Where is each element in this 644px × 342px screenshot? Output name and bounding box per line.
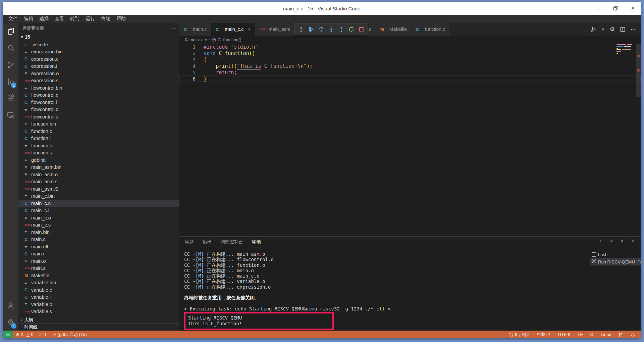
editor-tab[interactable]: Cmain_c.c× (211, 23, 255, 36)
encoding-status[interactable]: UTF-8 (555, 332, 573, 337)
file-row[interactable]: ≡main_asm.bin (18, 164, 179, 171)
maximize-panel-icon[interactable]: ∧ (619, 238, 625, 243)
file-row[interactable]: ≡main_asm.o (18, 171, 179, 178)
os-status[interactable]: Linux (598, 332, 614, 337)
feedback-icon[interactable] (616, 332, 626, 337)
editor-tab[interactable]: ASMmain_asm. (255, 23, 296, 36)
menu-item-6[interactable]: 终端 (98, 15, 113, 22)
breadcrumb-file[interactable]: main_c.c (190, 37, 207, 42)
file-row[interactable]: Cflowcontrol.i (18, 99, 179, 106)
file-row[interactable]: Cvariable.i (18, 294, 179, 301)
extensions-icon[interactable] (3, 90, 18, 107)
step-out-icon[interactable] (337, 25, 345, 34)
file-row[interactable]: ≡gdbinit (18, 156, 179, 164)
search-icon[interactable] (3, 40, 18, 56)
file-row[interactable]: ≡expression.o (18, 70, 179, 77)
folder-root[interactable]: ∨ 15 (18, 33, 179, 41)
cursor-position[interactable]: 行 6，列 2 (506, 332, 532, 338)
file-row[interactable]: ASMmain_asm.s (18, 178, 179, 186)
terminal-output[interactable]: CC -[M] 正在构建... main_asm.oCC -[M] 正在构建..… (179, 247, 590, 331)
file-row[interactable]: ASMmain_c.s (18, 222, 179, 229)
file-row[interactable]: ≡expression.bin (18, 48, 179, 56)
editor-tab[interactable]: Cmain.c (179, 23, 211, 36)
file-row[interactable]: ASMmain.s (18, 265, 179, 272)
file-row[interactable]: Cexpression.i (18, 63, 179, 70)
remote-indicator[interactable]: >< (3, 331, 13, 338)
code-line[interactable]: 6} (179, 76, 641, 82)
file-row[interactable]: ≡function.bin (18, 120, 179, 128)
file-row[interactable]: ASMvariable.s (18, 308, 179, 315)
file-row[interactable]: ASMmain_asm.S (18, 185, 179, 193)
file-row[interactable]: ›.vscode (18, 41, 179, 48)
settings-gear-icon[interactable]: ⚙ (610, 26, 615, 33)
file-row[interactable]: Cmain.i (18, 250, 179, 258)
panel-tab-输出[interactable]: 输出 (203, 237, 212, 247)
minimize-button[interactable]: – (594, 4, 602, 13)
run-dropdown-icon[interactable]: ∨ (602, 27, 604, 32)
file-row[interactable]: Cfunction.i (18, 135, 179, 142)
file-row[interactable]: Cmain_c.c (18, 200, 179, 207)
file-row[interactable]: MMakefile (18, 272, 179, 279)
file-row[interactable]: ASMfunction.s (18, 149, 179, 157)
file-row[interactable]: ≡variable.o (18, 301, 179, 308)
editor-tab[interactable]: MMakefile (376, 23, 412, 36)
eol-status[interactable]: LF (575, 332, 585, 337)
file-row[interactable]: ≡flowcontrol.o (18, 106, 179, 113)
file-row[interactable]: ≡flowcontrol.bin (18, 84, 179, 92)
continue-icon[interactable] (307, 25, 315, 34)
terminal-dropdown-icon[interactable]: ∨ (608, 238, 614, 243)
more-actions-icon[interactable]: ⋯ (170, 25, 175, 31)
editor-tab[interactable]: Cfunction.c (412, 23, 450, 36)
panel-tab-调试控制台[interactable]: 调试控制台 (220, 237, 243, 247)
source-control-icon[interactable] (3, 56, 18, 73)
more-actions-icon[interactable]: ⋯ (631, 26, 636, 33)
language-status[interactable]: C (588, 332, 596, 337)
problems-status[interactable]: ⊗0△0 (13, 331, 36, 338)
file-row[interactable]: ASMflowcontrol.s (18, 113, 179, 120)
stop-icon[interactable] (357, 25, 366, 34)
menu-item-0[interactable]: 文件 (5, 15, 21, 22)
menu-item-2[interactable]: 选择 (36, 15, 52, 22)
close-button[interactable]: ✕ (629, 4, 637, 13)
running-tasks-status[interactable]: 1 (36, 331, 49, 338)
menu-item-4[interactable]: 转到 (67, 15, 83, 22)
debug-status[interactable]: (gdb) 启动 (15) (49, 331, 90, 338)
restart-icon[interactable] (347, 25, 356, 34)
code-line[interactable]: 2void C_function() (179, 50, 641, 56)
file-row[interactable]: ≡main.o (18, 257, 179, 265)
file-row[interactable]: Cmain_c.i (18, 207, 179, 214)
file-row[interactable]: ASMexpression.s (18, 77, 179, 85)
breadcrumb-symbol[interactable]: C_function() (218, 37, 241, 42)
file-row[interactable]: Cfunction.c (18, 128, 179, 135)
code-line[interactable]: 4 printf("This is C_function!\n"); (179, 63, 641, 69)
step-over-icon[interactable] (317, 25, 325, 34)
file-row[interactable]: ≡variable.bin (18, 279, 179, 287)
outline-section[interactable]: › 大纲 (18, 316, 179, 323)
timeline-section[interactable]: › 时间线 (18, 323, 179, 331)
file-row[interactable]: ≡main.bin (18, 229, 179, 236)
tab-close-icon[interactable]: × (248, 27, 251, 32)
file-row[interactable]: Cexpression.c (18, 55, 179, 63)
step-into-icon[interactable] (327, 25, 335, 34)
new-terminal-icon[interactable]: + (598, 238, 604, 243)
run-or-debug-icon[interactable] (591, 27, 596, 32)
file-row[interactable]: ≡main.elf (18, 243, 179, 250)
menu-item-7[interactable]: 帮助 (113, 15, 129, 22)
account-icon[interactable] (3, 297, 18, 314)
panel-tab-终端[interactable]: 终端 (252, 237, 261, 247)
file-row[interactable]: Cvariable.c (18, 286, 179, 294)
file-row[interactable]: ≡main_c.o (18, 214, 179, 222)
run-and-debug-icon[interactable]: 1 (3, 73, 18, 90)
menu-item-5[interactable]: 运行 (83, 15, 98, 22)
notifications-bell-icon[interactable] (628, 332, 638, 337)
menu-item-3[interactable]: 查看 (52, 15, 67, 22)
remote-explorer-icon[interactable] (3, 107, 18, 124)
breadcrumb[interactable]: C main_c.c › C_function() (179, 36, 641, 44)
code-line[interactable]: 3{ (179, 56, 641, 63)
split-editor-icon[interactable] (620, 27, 625, 32)
code-editor[interactable]: 1#include "stdio.h"2void C_function()3{4… (179, 44, 641, 236)
code-line[interactable]: 5 return; (179, 69, 641, 76)
explorer-icon[interactable] (3, 23, 18, 40)
indent-status[interactable]: 空格: 4 (534, 332, 553, 338)
terminal-list-item[interactable]: Run RISCV-QEMUTask✓ (590, 258, 641, 265)
